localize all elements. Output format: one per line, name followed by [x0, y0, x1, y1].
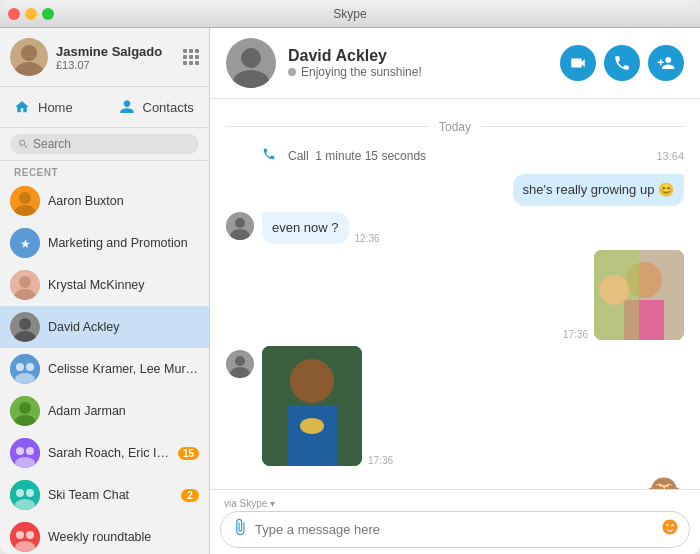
message-row-emoji: 17:36 🙈	[226, 472, 684, 489]
message-image	[594, 250, 684, 340]
sidebar-item-home[interactable]: Home	[0, 91, 105, 123]
date-label: Today	[429, 120, 481, 134]
message-bubble: she's really growing up 😊	[513, 174, 684, 206]
svg-point-19	[19, 402, 31, 414]
contact-name: David Ackley	[48, 320, 199, 334]
svg-point-16	[26, 363, 34, 371]
message-text: she's really growing up 😊	[523, 182, 674, 197]
message-time: 17:36	[563, 329, 588, 340]
avatar-marketing: ★	[10, 228, 40, 258]
svg-point-30	[16, 531, 24, 539]
chat-actions	[560, 45, 684, 81]
svg-point-15	[16, 363, 24, 371]
date-divider: Today	[226, 117, 684, 135]
chat-user-status: Enjoying the sunshine!	[288, 65, 548, 79]
sidebar-nav: Home Contacts	[0, 87, 209, 128]
chat-contact-avatar	[226, 38, 276, 88]
contact-item-david[interactable]: David Ackley	[0, 306, 209, 348]
svg-point-58	[300, 418, 324, 434]
apps-dot	[183, 55, 187, 59]
apps-dot	[195, 61, 199, 65]
user-info: Jasmine Salgado £13.07	[56, 44, 175, 71]
apps-dot	[195, 55, 199, 59]
message-input[interactable]	[255, 522, 655, 537]
chat-user-info: David Ackley Enjoying the sunshine!	[288, 47, 548, 79]
avatar-sarah-group	[10, 438, 40, 468]
emoji-picker-button[interactable]	[661, 518, 679, 541]
svg-point-23	[26, 447, 34, 455]
contact-item-marketing[interactable]: ★ Marketing and Promotion	[0, 222, 209, 264]
attach-button[interactable]	[231, 518, 249, 541]
chat-panel: David Ackley Enjoying the sunshine!	[210, 28, 700, 554]
svg-point-12	[19, 318, 31, 330]
chat-messages[interactable]: Today Call 1 minute 15 seconds 13:64 she…	[210, 99, 700, 489]
minimize-button[interactable]	[25, 8, 37, 20]
search-bar[interactable]	[10, 134, 199, 154]
contact-item-adam[interactable]: Adam Jarman	[0, 390, 209, 432]
home-icon	[14, 99, 30, 115]
video-call-button[interactable]	[560, 45, 596, 81]
add-contact-button[interactable]	[648, 45, 684, 81]
message-image-large	[262, 346, 362, 466]
contacts-icon	[119, 99, 135, 115]
window-controls	[8, 8, 54, 20]
call-button[interactable]	[604, 45, 640, 81]
message-input-row	[220, 511, 690, 548]
user-avatar	[10, 38, 48, 76]
message-row-image1: 17:36	[226, 250, 684, 340]
contact-item-celisse-group[interactable]: Celisse Kramer, Lee Murphy, MJ...	[0, 348, 209, 390]
contact-name: Ski Team Chat	[48, 488, 173, 502]
apps-dot	[189, 49, 193, 53]
status-text: Enjoying the sunshine!	[301, 65, 422, 79]
contact-item-ski-team[interactable]: Ski Team Chat 2	[0, 474, 209, 516]
message-avatar	[226, 350, 254, 378]
add-person-icon	[657, 54, 675, 72]
window-title: Skype	[333, 7, 366, 21]
video-icon	[569, 54, 587, 72]
contact-name: Marketing and Promotion	[48, 236, 199, 250]
maximize-button[interactable]	[42, 8, 54, 20]
user-name: Jasmine Salgado	[56, 44, 175, 59]
search-icon	[18, 138, 29, 150]
chat-header: David Ackley Enjoying the sunshine!	[210, 28, 700, 99]
sidebar: Jasmine Salgado £13.07	[0, 28, 210, 554]
avatar-ski-team	[10, 480, 40, 510]
unread-badge: 2	[181, 489, 199, 502]
contact-item-weekly[interactable]: Weekly roundtable	[0, 516, 209, 554]
apps-icon[interactable]	[183, 49, 199, 65]
call-event-row: Call 1 minute 15 seconds 13:64	[226, 143, 684, 168]
user-credit: £13.07	[56, 59, 175, 71]
apps-dot	[189, 55, 193, 59]
message-bubble: even now ?	[262, 212, 349, 244]
avatar-weekly	[10, 522, 40, 552]
call-time: 13:64	[656, 150, 684, 162]
search-input[interactable]	[33, 137, 191, 151]
contact-name: Adam Jarman	[48, 404, 199, 418]
contact-name: Sarah Roach, Eric Ishida	[48, 446, 170, 460]
contacts-label: Contacts	[143, 100, 194, 115]
sidebar-item-contacts[interactable]: Contacts	[105, 91, 210, 123]
contact-item-sarah-group[interactable]: Sarah Roach, Eric Ishida 15	[0, 432, 209, 474]
call-text: Call 1 minute 15 seconds	[288, 149, 426, 163]
titlebar: Skype	[0, 0, 700, 28]
svg-point-27	[26, 489, 34, 497]
contact-name: Celisse Kramer, Lee Murphy, MJ...	[48, 362, 199, 376]
message-avatar	[226, 212, 254, 240]
message-emoji: 🙈	[644, 472, 684, 489]
apps-dot	[189, 61, 193, 65]
svg-point-41	[241, 48, 261, 68]
contact-item-aaron-buxton[interactable]: Aaron Buxton	[0, 180, 209, 222]
svg-point-22	[16, 447, 24, 455]
contact-item-krystal[interactable]: Krystal McKinney	[0, 264, 209, 306]
svg-point-4	[19, 192, 31, 204]
message-row-sent1: she's really growing up 😊	[226, 174, 684, 206]
message-row-received1: even now ? 12:36	[226, 212, 684, 244]
svg-point-9	[19, 276, 31, 288]
contact-name: Aaron Buxton	[48, 194, 199, 208]
apps-dot	[195, 49, 199, 53]
message-text: even now ?	[272, 220, 339, 235]
message-time: 12:36	[355, 233, 380, 244]
dropdown-arrow[interactable]: ▾	[270, 498, 275, 509]
phone-icon	[613, 54, 631, 72]
close-button[interactable]	[8, 8, 20, 20]
